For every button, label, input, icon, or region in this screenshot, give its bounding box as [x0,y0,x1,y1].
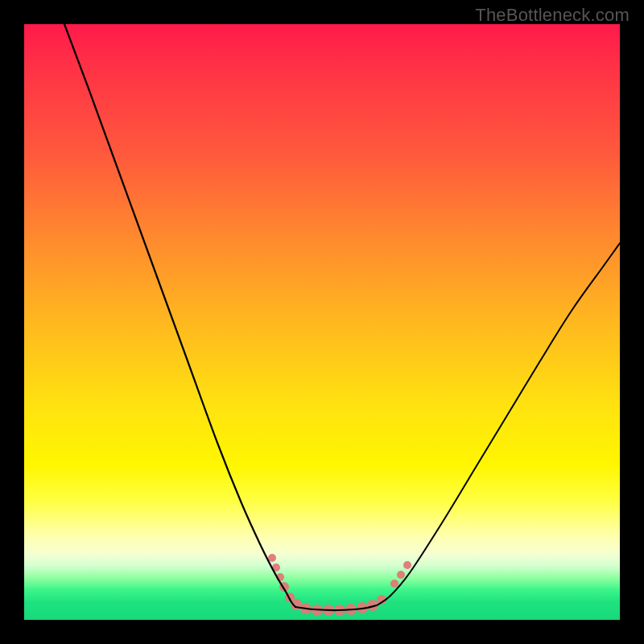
right-curve-line [377,243,620,605]
plot-area [24,24,620,620]
valley-marker [390,580,398,588]
valley-marker [403,561,411,569]
chart-frame: TheBottleneck.com [0,0,644,644]
chart-svg [24,24,620,620]
marker-group [268,554,411,616]
valley-marker [268,554,276,562]
watermark-text: TheBottleneck.com [475,5,630,26]
valley-marker [397,571,405,579]
left-curve-line [64,24,295,607]
